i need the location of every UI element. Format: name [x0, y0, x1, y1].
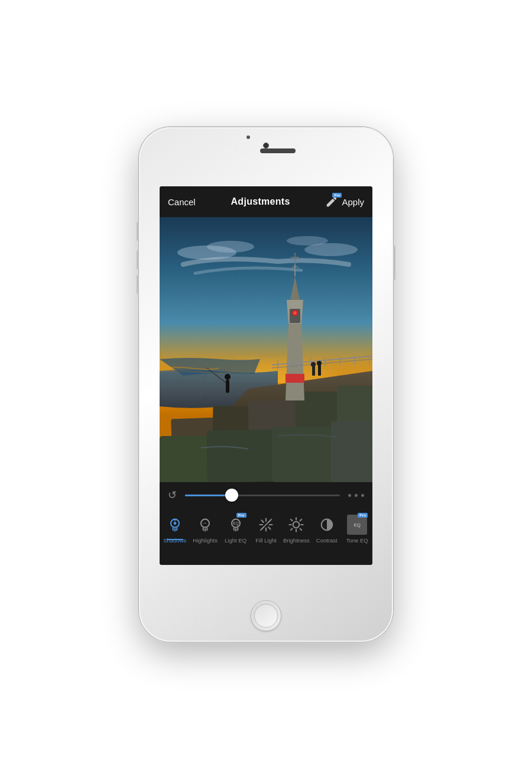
cancel-button[interactable]: Cancel — [168, 197, 196, 207]
tool-tone-eq[interactable]: EQ Pro Tone EQ — [342, 512, 372, 544]
page-indicator — [348, 494, 364, 497]
page-dot-2 — [355, 494, 358, 497]
photo-image — [160, 217, 372, 482]
tool-contrast[interactable]: Contrast — [312, 512, 342, 544]
svg-rect-12 — [206, 429, 278, 482]
fill-light-label: Fill Light — [255, 538, 276, 544]
svg-point-70 — [293, 522, 300, 528]
tool-highlights[interactable]: − Highlights — [190, 512, 220, 544]
svg-line-78 — [291, 529, 292, 530]
svg-line-65 — [262, 521, 264, 522]
svg-rect-39 — [318, 365, 321, 376]
svg-rect-14 — [331, 421, 372, 482]
tools-row: + Shadows − — [160, 508, 372, 561]
tone-eq-label-inner: EQ — [353, 522, 361, 528]
apply-button[interactable]: Apply — [342, 197, 364, 207]
svg-line-76 — [300, 529, 301, 530]
camera-lens-icon — [263, 143, 269, 148]
tool-shadows[interactable]: + Shadows — [160, 512, 190, 544]
front-camera-icon — [246, 135, 250, 139]
svg-line-54 — [207, 528, 207, 531]
svg-line-52 — [203, 528, 204, 531]
svg-point-21 — [293, 311, 297, 315]
svg-line-66 — [268, 527, 270, 529]
highlights-icon: − — [194, 514, 216, 535]
svg-rect-37 — [312, 366, 315, 376]
svg-point-5 — [304, 243, 358, 256]
svg-point-40 — [317, 361, 322, 366]
pro-badge: Pro — [332, 193, 342, 198]
tone-eq-pro-badge: Pro — [358, 513, 368, 518]
phone-device: Cancel Adjustments Pro Apply — [139, 127, 393, 642]
phone-screen: Cancel Adjustments Pro Apply — [160, 186, 372, 565]
svg-line-77 — [300, 519, 301, 521]
photo-display — [160, 217, 372, 482]
brightness-icon — [286, 514, 307, 535]
svg-line-75 — [291, 519, 292, 521]
slider-thumb[interactable] — [225, 489, 238, 502]
header-bar: Cancel Adjustments Pro Apply — [160, 186, 372, 217]
svg-line-44 — [173, 528, 173, 531]
svg-rect-16 — [286, 374, 304, 383]
highlights-label: Highlights — [193, 538, 218, 544]
contrast-label: Contrast — [316, 538, 338, 544]
apply-group[interactable]: Pro Apply — [325, 195, 364, 208]
fill-light-icon — [255, 514, 277, 535]
light-eq-label: Light EQ — [225, 538, 246, 544]
brightness-label: Brightness — [283, 538, 310, 544]
light-eq-pro-badge: Pro — [236, 513, 246, 518]
speaker-grille — [260, 148, 296, 153]
svg-point-3 — [207, 241, 254, 253]
adjustment-slider-row: ↺ — [160, 482, 372, 508]
svg-text:−: − — [204, 521, 207, 526]
page-title: Adjustments — [231, 196, 290, 207]
svg-rect-33 — [226, 380, 229, 393]
shadows-icon: + — [164, 514, 186, 535]
bottom-toolbar: ↺ — [160, 482, 372, 565]
svg-text:+: + — [173, 521, 176, 526]
home-button[interactable] — [251, 600, 281, 631]
contrast-icon — [316, 514, 338, 535]
tone-eq-icon: EQ Pro — [346, 514, 368, 535]
tool-brightness[interactable]: Brightness — [281, 512, 312, 544]
tool-light-eq[interactable]: EQ Pro Light EQ — [220, 512, 251, 544]
tone-eq-box: EQ — [347, 515, 367, 535]
home-button-ring — [254, 604, 278, 628]
svg-line-57 — [233, 528, 234, 531]
light-eq-icon: EQ Pro — [225, 514, 246, 535]
svg-point-34 — [225, 374, 231, 380]
reset-icon[interactable]: ↺ — [168, 489, 177, 502]
svg-line-59 — [237, 528, 238, 531]
tone-eq-label: Tone EQ — [346, 538, 368, 544]
page-dot-1 — [348, 494, 351, 497]
slider-track[interactable] — [185, 495, 340, 496]
tool-fill-light[interactable]: Fill Light — [251, 512, 281, 544]
svg-text:EQ: EQ — [233, 521, 238, 526]
page-dot-3 — [361, 494, 364, 497]
svg-point-38 — [311, 362, 316, 367]
svg-line-46 — [177, 528, 177, 531]
